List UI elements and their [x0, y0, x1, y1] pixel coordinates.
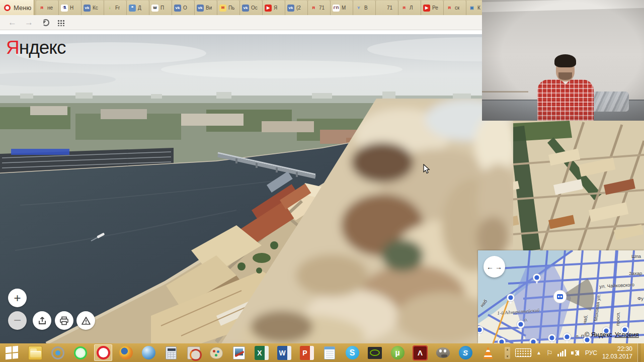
tab-title: П: [160, 5, 164, 11]
show-desktop-button[interactable]: [637, 343, 641, 362]
wiki-favicon: W: [151, 5, 158, 12]
explorer-icon: [28, 346, 42, 360]
yandex-logo-rest: ндекс: [19, 37, 66, 58]
taskbar-acrobat[interactable]: Λ: [411, 344, 429, 361]
forward-button[interactable]: →: [25, 18, 33, 27]
print-button[interactable]: [55, 311, 73, 330]
network-signal-icon[interactable]: [557, 349, 566, 356]
yandex-logo-ya: Я: [6, 37, 19, 58]
acrobat-icon: Λ: [414, 346, 427, 359]
taskbar-opera[interactable]: [94, 344, 112, 361]
back-button[interactable]: ←: [8, 18, 17, 27]
browser-tab[interactable]: ЯЛ: [398, 1, 421, 15]
browser-tab[interactable]: Яне: [36, 1, 59, 15]
terms-link[interactable]: Условия: [615, 331, 639, 338]
taskbar-icons: XWPSµΛS: [26, 344, 497, 361]
paint-icon: [210, 347, 223, 359]
mouse-cursor: [423, 164, 432, 176]
start-button[interactable]: [0, 343, 23, 362]
tab-title: Ос: [251, 5, 258, 11]
zoom-in-button[interactable]: +: [8, 289, 27, 307]
taskbar-calculator[interactable]: [162, 344, 180, 361]
browser-tab[interactable]: 71: [376, 1, 398, 15]
browser-tab[interactable]: vkО: [172, 1, 195, 15]
tray-scroll-control[interactable]: ▲▼: [505, 347, 510, 359]
notepad-icon: [324, 346, 335, 359]
vk-favicon: vk: [197, 5, 204, 12]
taskbar-vlc[interactable]: [479, 344, 497, 361]
share-button[interactable]: [33, 311, 51, 330]
browser-tab[interactable]: ✉Пь: [217, 1, 240, 15]
taskbar-skype[interactable]: S: [343, 344, 361, 361]
yandex-favicon: Я: [446, 5, 453, 12]
browser-tab[interactable]: ↓Fr: [104, 1, 127, 15]
globe-icon: [142, 346, 155, 359]
taskbar-movie-maker[interactable]: [185, 344, 203, 361]
zoom-out-button[interactable]: −: [8, 311, 27, 330]
report-error-button[interactable]: [76, 311, 95, 330]
yandex-favicon: Я: [400, 5, 408, 12]
minimap[interactable]: ШпаЗахарул. ЧайковскогоФуМоховая ул.наб.…: [478, 250, 644, 343]
taskbar-gimp[interactable]: [434, 344, 452, 361]
browser-tab[interactable]: Яск: [444, 1, 466, 15]
yandex-favicon: Я: [38, 5, 45, 12]
browser-tab[interactable]: ⚗Н: [59, 1, 82, 15]
taskbar-firefox[interactable]: [117, 344, 135, 361]
y-favicon: Y: [355, 5, 362, 12]
browser-tab[interactable]: WП: [149, 1, 172, 15]
browser-tab[interactable]: vkВи: [195, 1, 217, 15]
taskbar-nvidia[interactable]: [366, 344, 384, 361]
minimap-street-label: Захар: [629, 270, 642, 276]
browser-tab[interactable]: ГПМ: [331, 1, 353, 15]
zoom-in-glyph: +: [14, 291, 21, 305]
action-center-flag-icon[interactable]: ⚐: [546, 349, 553, 357]
tray-date: 12.03.2017: [602, 353, 632, 360]
browser-tab[interactable]: YВ: [353, 1, 376, 15]
system-tray: ▲▼ ▲ ⚐ РУС 22:30 12.03.2017: [505, 343, 644, 362]
taskbar-excel[interactable]: X: [253, 344, 271, 361]
arrow-right-icon: →: [495, 263, 502, 271]
taskbar-photo-viewer[interactable]: [230, 344, 248, 361]
vk-favicon: vk: [174, 5, 181, 12]
browser-tab[interactable]: ▶Ре: [421, 1, 444, 15]
copyright-brand[interactable]: Яндекс: [591, 331, 612, 338]
minimap-expand-button[interactable]: ←→: [484, 256, 505, 278]
taskbar-word[interactable]: W: [275, 344, 293, 361]
browser-tab[interactable]: ▶Я: [263, 1, 285, 15]
taskbar-globe[interactable]: [139, 344, 157, 361]
reload-button[interactable]: [42, 19, 49, 26]
flask-favicon: ⚗: [61, 5, 68, 12]
taskbar-opera-neon[interactable]: [71, 344, 90, 361]
taskbar-explorer[interactable]: [26, 344, 44, 361]
taskbar-notepad[interactable]: [320, 344, 339, 361]
webcam-vignette: [482, 0, 644, 121]
opera-logo-icon: [4, 5, 11, 11]
tab-title: Кс: [93, 5, 98, 11]
language-indicator[interactable]: РУС: [585, 349, 597, 356]
browser-tab[interactable]: ❝Д: [127, 1, 149, 15]
tray-time: 22:30: [602, 345, 632, 353]
touch-keyboard-icon[interactable]: [515, 348, 531, 357]
browser-tab[interactable]: vk(2: [285, 1, 308, 15]
tab-title: Ре: [432, 5, 438, 11]
taskbar-powerpoint[interactable]: P: [298, 344, 316, 361]
taskbar-paint[interactable]: [207, 344, 225, 361]
tab-title: (2: [296, 5, 301, 11]
taskbar-utorrent[interactable]: µ: [388, 344, 407, 361]
freemake-favicon: ↓: [106, 5, 113, 12]
clock[interactable]: 22:30 12.03.2017: [602, 345, 632, 360]
hidden-icons-caret[interactable]: ▲: [536, 350, 541, 355]
minimap-street-label: Фу: [637, 296, 643, 301]
tab-title: Я: [274, 5, 277, 11]
minimap-street-label: наб: [479, 298, 489, 308]
browser-tab[interactable]: vkОс: [240, 1, 263, 15]
browser-tab[interactable]: Я71: [308, 1, 331, 15]
browser-tab[interactable]: vkКс: [82, 1, 104, 15]
opera-menu-button[interactable]: Меню: [0, 0, 34, 15]
vk-favicon: vk: [84, 5, 91, 12]
taskbar-recorder[interactable]: [49, 344, 67, 361]
yandex-logo[interactable]: Яндекс: [6, 37, 65, 58]
volume-icon[interactable]: [571, 349, 580, 357]
speed-dial-icon[interactable]: [57, 19, 64, 26]
taskbar-seagate[interactable]: S: [456, 344, 474, 361]
